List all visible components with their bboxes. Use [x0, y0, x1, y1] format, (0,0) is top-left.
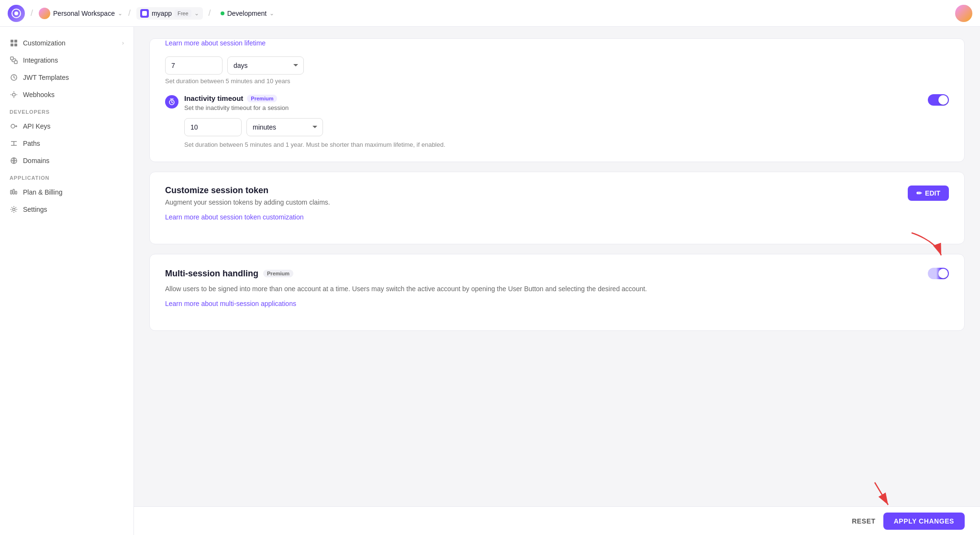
inactivity-desc: Set the inactivity timeout for a session — [184, 104, 922, 111]
jwt-templates-label: JWT Templates — [23, 74, 69, 81]
environment-selector[interactable]: Development ⌄ — [217, 8, 278, 19]
inactivity-premium-badge: Premium — [247, 95, 277, 102]
svg-rect-14 — [13, 189, 14, 194]
breadcrumb-sep-2: / — [128, 8, 131, 18]
webhooks-icon — [10, 90, 18, 99]
app-chevron-icon: ⌄ — [194, 10, 199, 17]
developers-section-label: DEVELOPERS — [0, 103, 134, 118]
integrations-label: Integrations — [23, 56, 58, 64]
breadcrumb-sep-3: / — [209, 8, 211, 18]
workspace-selector[interactable]: Personal Workspace ⌄ — [39, 8, 122, 19]
domains-icon — [10, 156, 18, 165]
session-token-text: Customize session token Augment your ses… — [165, 186, 330, 213]
svg-rect-8 — [14, 61, 17, 64]
svg-rect-4 — [14, 40, 17, 43]
inactivity-duration-input[interactable] — [184, 118, 242, 136]
customization-icon — [10, 39, 18, 47]
inactivity-timeout-row: Inactivity timeout Premium Set the inact… — [165, 94, 949, 148]
multi-session-desc: Allow users to be signed into more than … — [165, 285, 949, 293]
svg-point-16 — [13, 208, 15, 211]
top-navigation: / Personal Workspace ⌄ / myapp Free ⌄ / … — [0, 0, 980, 27]
app-name: myapp — [152, 10, 172, 17]
svg-point-10 — [12, 93, 15, 96]
bottom-action-bar: RESET APPLY CHANGES — [134, 506, 980, 535]
app-selector[interactable]: myapp Free ⌄ — [136, 7, 203, 20]
inactivity-timeout-toggle[interactable] — [928, 94, 949, 106]
paths-label: Paths — [23, 140, 40, 147]
plan-billing-icon — [10, 188, 18, 197]
svg-rect-5 — [11, 44, 13, 46]
page-layout: Customization › Integrations JWT Templat… — [0, 0, 980, 535]
inactivity-content: Inactivity timeout Premium Set the inact… — [184, 94, 922, 148]
settings-label: Settings — [23, 206, 47, 213]
workspace-chevron-icon: ⌄ — [118, 10, 122, 17]
plan-billing-label: Plan & Billing — [23, 188, 63, 196]
session-token-card: Customize session token Augment your ses… — [149, 172, 965, 244]
edit-session-token-button[interactable]: ✏ EDIT — [908, 186, 949, 201]
multi-session-title-row: Multi-session handling Premium — [165, 269, 293, 279]
multi-session-card: Multi-session handling Premium Allow use… — [149, 254, 965, 331]
env-chevron-icon: ⌄ — [269, 10, 274, 17]
api-keys-icon — [10, 122, 18, 131]
user-avatar[interactable] — [955, 5, 972, 22]
api-keys-label: API Keys — [23, 122, 51, 130]
inactivity-toggle-handle — [938, 95, 948, 105]
svg-rect-2 — [142, 11, 147, 16]
svg-rect-7 — [11, 57, 13, 60]
app-icon — [140, 9, 149, 18]
jwt-icon — [10, 73, 18, 82]
sidebar: Customization › Integrations JWT Templat… — [0, 27, 134, 535]
customization-label: Customization — [23, 39, 66, 47]
app-logo — [8, 5, 25, 22]
sidebar-item-paths[interactable]: Paths — [0, 135, 134, 152]
svg-rect-6 — [14, 44, 17, 46]
workspace-name: Personal Workspace — [53, 10, 115, 17]
env-status-dot — [221, 11, 224, 15]
sidebar-item-settings[interactable]: Settings — [0, 201, 134, 218]
inactivity-duration-unit-select[interactable]: minutes hours days — [246, 118, 323, 136]
apply-changes-button[interactable]: APPLY CHANGES — [883, 513, 965, 530]
multi-session-premium-badge: Premium — [263, 270, 293, 277]
session-duration-input[interactable] — [165, 56, 223, 75]
sidebar-item-jwt-templates[interactable]: JWT Templates — [0, 69, 134, 86]
session-token-header: Customize session token Augment your ses… — [165, 186, 949, 213]
inactivity-title: Inactivity timeout — [184, 94, 243, 102]
main-content: Learn more about session lifetime days h… — [134, 27, 980, 535]
sidebar-item-webhooks[interactable]: Webhooks — [0, 86, 134, 103]
integrations-icon — [10, 56, 18, 65]
webhooks-label: Webhooks — [23, 91, 55, 98]
app-plan-badge: Free — [175, 10, 191, 17]
paths-icon — [10, 139, 18, 148]
sidebar-item-domains[interactable]: Domains — [0, 152, 134, 169]
multi-session-toggle-handle — [938, 269, 948, 278]
multi-session-title: Multi-session handling — [165, 269, 258, 279]
sidebar-item-plan-billing[interactable]: Plan & Billing — [0, 184, 134, 201]
settings-icon — [10, 205, 18, 214]
session-duration-unit-select[interactable]: days hours minutes — [227, 56, 304, 75]
inactivity-input-row: minutes hours days — [184, 118, 922, 136]
multi-session-top-row: Multi-session handling Premium — [165, 268, 949, 279]
edit-button-label: EDIT — [925, 189, 940, 197]
edit-icon: ✏ — [916, 189, 922, 197]
breadcrumb-sep-1: / — [31, 8, 33, 18]
session-duration-hint: Set duration between 5 minutes and 10 ye… — [165, 77, 949, 85]
svg-rect-3 — [11, 40, 13, 43]
inactivity-clock-icon — [165, 95, 178, 109]
session-lifetime-learn-link[interactable]: Learn more about session lifetime — [165, 39, 266, 47]
inactivity-hint: Set duration between 5 minutes and 1 yea… — [184, 141, 922, 148]
reset-button[interactable]: RESET — [852, 517, 875, 525]
multi-session-toggle[interactable] — [928, 268, 949, 279]
inactivity-title-row: Inactivity timeout Premium — [184, 94, 922, 102]
customization-chevron-icon: › — [122, 40, 124, 46]
svg-rect-15 — [15, 191, 17, 194]
session-token-learn-link[interactable]: Learn more about session token customiza… — [165, 213, 304, 221]
svg-point-11 — [11, 124, 15, 128]
sidebar-item-customization[interactable]: Customization › — [0, 34, 134, 52]
session-token-title: Customize session token — [165, 186, 330, 196]
domains-label: Domains — [23, 157, 49, 164]
multi-session-learn-link[interactable]: Learn more about multi-session applicati… — [165, 300, 296, 307]
sidebar-item-integrations[interactable]: Integrations — [0, 52, 134, 69]
sidebar-item-api-keys[interactable]: API Keys — [0, 118, 134, 135]
workspace-avatar — [39, 8, 50, 19]
session-token-desc: Augment your session tokens by adding cu… — [165, 198, 330, 206]
